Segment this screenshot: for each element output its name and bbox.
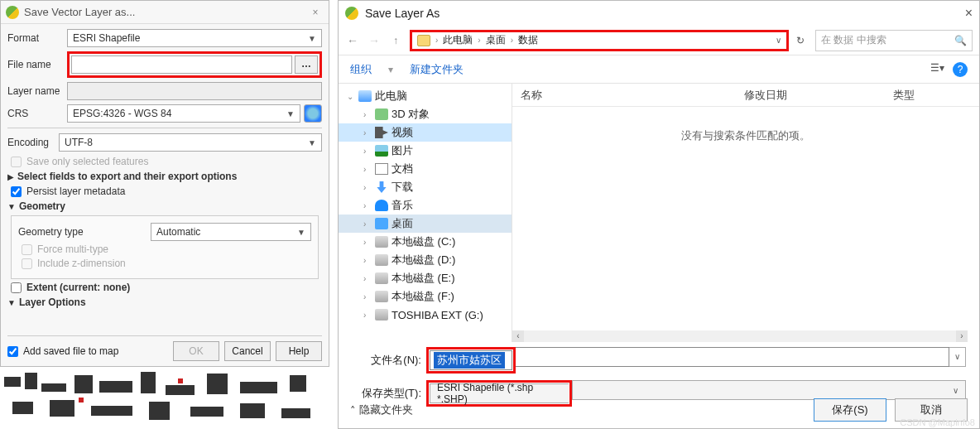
col-name[interactable]: 名称 [512, 88, 744, 103]
footer: ˄ 隐藏文件夹 保存(S) 取消 [339, 398, 979, 422]
tree-item-label: 音乐 [392, 198, 413, 213]
col-date[interactable]: 修改日期 [744, 88, 893, 103]
filename-field[interactable]: 苏州市姑苏区 [430, 350, 512, 370]
persist-metadata-checkbox[interactable]: Persist layer metadata [11, 186, 322, 197]
tree-item[interactable]: ›桌面 [339, 214, 512, 233]
tree-item[interactable]: ›图片 [339, 142, 512, 160]
checkbox-icon[interactable] [11, 282, 22, 293]
crs-dropdown[interactable]: EPSG:4326 - WGS 84 ▼ [67, 104, 300, 123]
chevron-down-icon: ▼ [308, 138, 316, 147]
geometry-group: Geometry type Automatic ▼ Force multi-ty… [11, 215, 319, 279]
cancel-button[interactable]: Cancel [224, 341, 271, 361]
svg-rect-11 [50, 400, 74, 417]
encoding-dropdown[interactable]: UTF-8 ▼ [59, 133, 322, 152]
svg-rect-10 [12, 402, 33, 414]
checkbox-icon[interactable] [7, 346, 18, 357]
browse-button[interactable]: … [295, 55, 318, 74]
select-fields-header[interactable]: ▶ Select fields to export and their expo… [7, 171, 322, 182]
chevron-right-icon: › [435, 36, 438, 45]
triangle-down-icon: ▼ [7, 202, 16, 211]
tree-item[interactable]: ›本地磁盘 (F:) [339, 287, 512, 306]
tree-item[interactable]: ›本地磁盘 (E:) [339, 269, 512, 287]
file-dialog-titlebar: Save Layer As × [339, 1, 979, 26]
force-multitype-checkbox: Force multi-type [22, 243, 311, 255]
tree-item[interactable]: ›本地磁盘 (D:) [339, 251, 512, 269]
close-icon[interactable]: × [307, 7, 324, 18]
search-input[interactable]: 在 数据 中搜索 🔍 [815, 30, 973, 51]
refresh-icon[interactable]: ↻ [792, 35, 809, 46]
new-folder-button[interactable]: 新建文件夹 [410, 62, 464, 77]
col-type[interactable]: 类型 [893, 88, 959, 103]
layer-options-header[interactable]: ▼ Layer Options [7, 296, 322, 308]
extent-checkbox[interactable]: Extent (current: none) [11, 282, 322, 293]
tree-item[interactable]: ›下载 [339, 178, 512, 196]
svg-rect-12 [91, 406, 132, 416]
chevron-down-icon[interactable]: ∨ [949, 347, 966, 367]
filename-input[interactable] [71, 55, 292, 74]
format-dropdown[interactable]: ESRI Shapefile ▼ [67, 29, 322, 47]
geometry-header[interactable]: ▼ Geometry [7, 200, 322, 212]
triangle-right-icon: › [363, 147, 372, 156]
qgis-logo-icon [6, 6, 19, 19]
chevron-down-icon: ▼ [286, 109, 295, 118]
tree-item-label: 本地磁盘 (E:) [392, 271, 455, 286]
tree-item-label: 图片 [392, 143, 413, 158]
breadcrumb[interactable]: › 此电脑 › 桌面 › 数据 ∨ [410, 30, 789, 51]
up-icon[interactable]: ↑ [388, 35, 403, 46]
triangle-down-icon: ⌄ [347, 92, 355, 101]
svg-rect-7 [207, 374, 228, 394]
scroll-left-icon[interactable]: ‹ [512, 330, 524, 342]
svg-rect-3 [74, 375, 93, 393]
scroll-right-icon[interactable]: › [956, 330, 968, 342]
back-icon[interactable]: ← [345, 34, 360, 47]
pc-icon [358, 90, 372, 102]
triangle-right-icon: › [363, 238, 372, 247]
filename-field-ext[interactable] [516, 347, 949, 367]
crumb-data[interactable]: 数据 [518, 33, 538, 47]
help-button[interactable]: Help [276, 341, 322, 361]
checkbox-icon [11, 157, 22, 167]
ok-button[interactable]: OK [173, 341, 219, 361]
tree-item[interactable]: ›音乐 [339, 196, 512, 214]
help-icon[interactable]: ? [953, 62, 968, 77]
hide-folders-toggle[interactable]: ˄ 隐藏文件夹 [350, 402, 413, 417]
search-icon: 🔍 [954, 35, 967, 46]
crs-picker-button[interactable] [304, 104, 322, 123]
column-headers[interactable]: 名称 修改日期 类型 [512, 84, 979, 107]
tree-item[interactable]: ›3D 对象 [339, 105, 512, 123]
close-icon[interactable]: × [965, 6, 973, 21]
forward-icon: → [367, 34, 382, 47]
organize-menu[interactable]: 组织 [350, 62, 372, 77]
view-mode-icon[interactable]: ☰▾ [930, 62, 944, 77]
svg-rect-14 [190, 407, 223, 417]
checkbox-icon[interactable] [11, 186, 22, 197]
crumb-pc[interactable]: 此电脑 [443, 33, 473, 47]
tree-item-label: 3D 对象 [392, 107, 430, 122]
triangle-right-icon: › [363, 256, 372, 265]
crumb-desktop[interactable]: 桌面 [486, 33, 506, 47]
tree-this-pc[interactable]: ⌄ 此电脑 [339, 87, 512, 105]
tree-item[interactable]: ›TOSHIBA EXT (G:) [339, 306, 512, 324]
chevron-down-icon[interactable]: ∨ [776, 36, 781, 45]
chevron-down-icon: ▼ [297, 228, 305, 237]
folder-tree[interactable]: ⌄ 此电脑 ›3D 对象›视频›图片›文档›下载›音乐›桌面›本地磁盘 (C:)… [339, 84, 512, 342]
save-button[interactable]: 保存(S) [814, 398, 886, 422]
chevron-up-icon: ˄ [350, 404, 356, 417]
save-vector-layer-dialog: Save Vector Layer as... × Format ESRI Sh… [0, 0, 329, 367]
file-list[interactable]: 名称 修改日期 类型 没有与搜索条件匹配的项。 ‹ › [512, 84, 979, 342]
tree-item[interactable]: ›文档 [339, 160, 512, 178]
explorer-body: ⌄ 此电脑 ›3D 对象›视频›图片›文档›下载›音乐›桌面›本地磁盘 (C:)… [339, 84, 979, 342]
search-placeholder: 在 数据 中搜索 [821, 33, 886, 47]
savetype-dropdown[interactable]: ∨ [572, 380, 966, 400]
geometry-type-dropdown[interactable]: Automatic ▼ [151, 223, 311, 241]
format-value: ESRI Shapefile [73, 32, 140, 44]
img-icon [375, 145, 388, 157]
add-to-map-checkbox[interactable]: Add saved file to map [7, 345, 168, 357]
dialog-button-bar: Add saved file to map OK Cancel Help [7, 335, 322, 361]
watermark: CSDN @Mapinfo8 [900, 417, 975, 427]
tree-item[interactable]: ›视频 [339, 123, 512, 142]
format-label: Format [7, 32, 67, 44]
tree-item[interactable]: ›本地磁盘 (C:) [339, 233, 512, 251]
horizontal-scrollbar[interactable]: ‹ › [512, 330, 968, 342]
nav-row: ← → ↑ › 此电脑 › 桌面 › 数据 ∨ ↻ 在 数据 中搜索 🔍 [339, 26, 979, 55]
